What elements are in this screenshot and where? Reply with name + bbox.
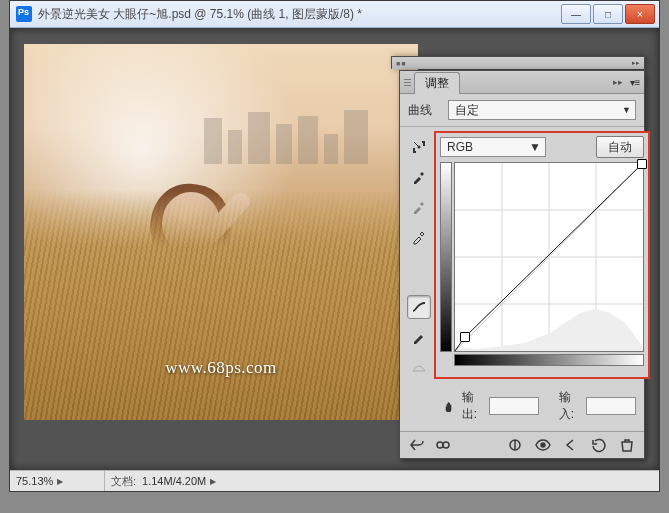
output-ramp xyxy=(440,162,452,352)
svg-point-8 xyxy=(437,442,443,448)
tab-adjustments[interactable]: 调整 xyxy=(414,72,460,94)
doc-size-value: 1.14M/4.20M xyxy=(142,475,206,487)
output-field[interactable] xyxy=(489,397,539,415)
curve-pencil-tool[interactable] xyxy=(407,325,431,349)
expand-view-icon[interactable] xyxy=(434,436,452,454)
channel-value: RGB xyxy=(447,140,473,154)
preset-dropdown[interactable]: 自定 ▼ xyxy=(448,100,636,120)
document-canvas[interactable]: www.68ps.com xyxy=(24,44,418,420)
curves-highlight-box: RGB ▼ 自动 xyxy=(434,131,650,379)
maximize-button[interactable]: □ xyxy=(593,4,623,24)
watermark-text: www.68ps.com xyxy=(165,358,277,378)
auto-button[interactable]: 自动 xyxy=(596,136,644,158)
curve-smooth-tool[interactable] xyxy=(407,355,431,379)
panel-collapse-strip[interactable]: ■■▸▸ xyxy=(391,56,645,69)
panel-tabbar: 调整 ▸▸ ▾≡ xyxy=(400,71,644,94)
app-icon xyxy=(16,6,32,22)
panel-grip-icon[interactable] xyxy=(400,79,414,86)
curve-point-highlight[interactable] xyxy=(637,159,647,169)
curve-point-tool[interactable] xyxy=(407,295,431,319)
input-field[interactable] xyxy=(586,397,636,415)
statusbar: 75.13% ▶ 文档: 1.14M/4.20M ▶ xyxy=(10,470,659,491)
toggle-visibility-icon[interactable] xyxy=(534,436,552,454)
input-ramp xyxy=(454,354,644,366)
chevron-right-icon[interactable]: ▶ xyxy=(210,477,216,486)
eyedropper-white-icon[interactable] xyxy=(407,225,431,249)
preset-value: 自定 xyxy=(455,102,479,119)
titlebar: 外景逆光美女 大眼仔~旭.psd @ 75.1% (曲线 1, 图层蒙版/8) … xyxy=(10,1,659,28)
curve-point-shadow[interactable] xyxy=(460,332,470,342)
reset-icon[interactable] xyxy=(590,436,608,454)
minimize-button[interactable]: — xyxy=(561,4,591,24)
document-title: 外景逆光美女 大眼仔~旭.psd @ 75.1% (曲线 1, 图层蒙版/8) … xyxy=(38,6,561,23)
photo-foreground xyxy=(24,190,418,420)
clip-to-layer-icon[interactable] xyxy=(506,436,524,454)
preset-row: 曲线 自定 ▼ xyxy=(400,94,644,127)
previous-state-icon[interactable] xyxy=(562,436,580,454)
panel-collapse-icon[interactable]: ▸▸ xyxy=(610,78,626,87)
eyedropper-gray-icon[interactable] xyxy=(407,195,431,219)
output-label: 输出: xyxy=(462,389,485,423)
svg-point-9 xyxy=(443,442,449,448)
hand-icon xyxy=(444,399,458,413)
close-button[interactable]: × xyxy=(625,4,655,24)
return-to-list-icon[interactable] xyxy=(408,436,426,454)
curves-tool-column xyxy=(408,131,430,379)
curves-io-row: 输出: 输入: xyxy=(400,385,644,431)
panel-menu-button[interactable]: ▾≡ xyxy=(626,77,644,88)
photo-skyline xyxy=(24,104,418,164)
adjustment-type-label: 曲线 xyxy=(408,102,442,119)
eyedropper-black-icon[interactable] xyxy=(407,165,431,189)
curves-graph[interactable] xyxy=(454,162,644,352)
input-label: 输入: xyxy=(559,389,582,423)
workspace: www.68ps.com ■■▸▸ 调整 ▸▸ ▾≡ 曲线 自定 ▼ xyxy=(10,28,659,470)
doc-size-label: 文档: xyxy=(105,474,142,489)
targeted-adjust-tool[interactable] xyxy=(407,135,431,159)
adjustments-panel: 调整 ▸▸ ▾≡ 曲线 自定 ▼ xyxy=(399,70,645,459)
app-window: 外景逆光美女 大眼仔~旭.psd @ 75.1% (曲线 1, 图层蒙版/8) … xyxy=(9,0,660,492)
delete-icon[interactable] xyxy=(618,436,636,454)
channel-dropdown[interactable]: RGB ▼ xyxy=(440,137,546,157)
chevron-down-icon: ▼ xyxy=(622,105,631,115)
chevron-right-icon: ▶ xyxy=(57,477,63,486)
chevron-down-icon: ▼ xyxy=(529,140,541,154)
zoom-field[interactable]: 75.13% ▶ xyxy=(10,471,105,491)
tutorial-caption: 4.创建曲线调整图层，选择RGB，把暗部稍微提高一些亮度，效果如图。 xyxy=(0,492,669,513)
panel-footer xyxy=(400,431,644,458)
svg-point-11 xyxy=(541,443,545,447)
